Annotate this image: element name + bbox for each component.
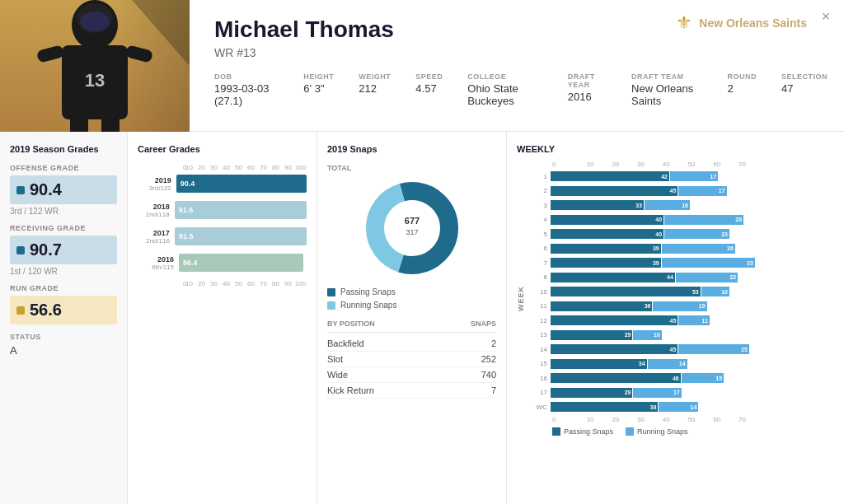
offense-grade-section: OFFENSE GRADE 90.4 3rd / 122 WR [10,164,117,216]
offense-grade-label: OFFENSE GRADE [10,164,117,172]
season-grades-title: 2019 Season Grades [10,144,117,154]
offense-grade-box: 90.4 [10,175,117,204]
draft-year-stat: DRAFT YEAR 2016 [568,72,607,103]
snaps-col-label: SNAPS [471,320,496,328]
status-section: STATUS A [10,333,117,357]
receiving-grade-box: 90.7 [10,236,117,264]
weekly-bar-row: 124511 [528,314,755,327]
passing-legend-dot [327,288,335,296]
player-stats-row: DOB 1993-03-03 (27.1) HEIGHT 6' 3" WEIGH… [214,72,828,107]
weekly-bar-row: 164615 [528,371,755,385]
weekly-passing-bar: 29 [551,330,632,340]
weekly-passing-bar: 45 [551,315,678,325]
weight-stat: WEIGHT 212 [359,72,391,95]
weekly-running-bar: 26 [662,244,735,254]
weekly-running-bar: 16 [645,200,690,210]
college-stat: COLLEGE Ohio State Buckeyes [467,72,542,107]
weekly-running-bar: 17 [670,171,718,181]
donut-chart: 677 317 [363,179,462,278]
player-photo: 13 [0,0,190,132]
passing-legend-item: Passing Snaps [327,287,496,296]
by-position-header: BY POSITION SNAPS [327,320,496,333]
weekly-passing-bar: 34 [551,359,647,369]
content-area: 2019 Season Grades OFFENSE GRADE 90.4 3r… [0,132,844,504]
weekly-chart: 0102030405060701421724517333164402854023… [528,161,755,436]
weekly-running-bar: 15 [682,373,724,383]
weekly-bar-row: 144525 [528,343,755,356]
position-rows: Backfield2Slot252Wide740Kick Return7 [327,336,496,399]
career-bar-row: 20182nd/11891.6 [138,201,307,219]
dob-stat: DOB 1993-03-03 (27.1) [214,72,279,107]
offense-grade-dot [16,186,25,194]
svg-text:317: 317 [406,228,418,236]
run-grade-label: RUN GRADE [10,284,117,292]
run-grade-box: 56.6 [10,296,117,324]
season-grades-panel: 2019 Season Grades OFFENSE GRADE 90.4 3r… [0,132,128,504]
weekly-bar-row: 84422 [528,271,755,284]
weekly-bar-row: 44028 [528,213,755,226]
position-row: Kick Return7 [327,383,496,399]
career-bar-row: 20172nd/11691.5 [138,227,307,245]
weekly-bar-row: 33316 [528,198,755,212]
weekly-running-bar: 28 [664,215,743,225]
snaps-title: 2019 Snaps [327,144,496,154]
header: 13 Michael Thomas WR #13 DOB 1993-03-03 … [0,0,844,132]
position-row: Slot252 [327,352,496,367]
offense-grade-value: 90.4 [30,180,62,199]
donut-legend: Passing Snaps Running Snaps [327,287,496,310]
weekly-running-bar: 33 [662,258,755,268]
weekly-running-bar: 11 [678,315,710,325]
career-bar-row: 20166th/11586.4 [138,254,307,272]
weekly-bar-row: 24517 [528,184,755,198]
weekly-passing-bar: 39 [551,244,661,254]
by-position-section: BY POSITION SNAPS Backfield2Slot252Wide7… [327,320,496,399]
team-name: New Orleans Saints [699,16,807,30]
weekly-legend-dot [626,427,634,436]
weekly-panel: WEEKLY WEEK01020304050607014217245173331… [507,132,844,504]
status-value: A [10,344,117,357]
speed-stat: SPEED 4.57 [415,72,443,95]
run-grade-value: 56.6 [30,301,62,320]
weekly-passing-bar: 45 [551,186,678,196]
receiving-grade-label: RECEIVING GRADE [10,224,117,232]
career-bar-chart: 010203040506070809010020193rd/12290.4201… [138,164,307,287]
weekly-passing-bar: 39 [551,258,661,268]
donut-chart-container: 677 317 [327,179,496,278]
running-legend-label: Running Snaps [340,301,396,310]
height-stat: HEIGHT 6' 3" [303,72,334,95]
photo-overlay [0,0,190,132]
weekly-running-bar: 25 [678,344,749,354]
run-grade-section: RUN GRADE 56.6 [10,284,117,324]
weekly-running-bar: 17 [678,186,726,196]
weekly-passing-bar: 42 [551,171,669,181]
selection-stat: SELECTION 47 [781,72,828,95]
receiving-grade-dot [16,246,25,254]
weekly-bar-row: 14217 [528,170,755,183]
position-row: Backfield2 [327,336,496,352]
weekly-legend-label: Running Snaps [637,427,688,436]
week-axis-label: WEEK [517,286,525,311]
position-row: Wide740 [327,367,496,383]
player-modal: 13 Michael Thomas WR #13 DOB 1993-03-03 … [0,0,844,504]
draft-team-stat: DRAFT TEAM New Orleans Saints [631,72,702,107]
weekly-passing-bar: 29 [551,388,632,398]
running-legend-dot [327,301,335,310]
receiving-grade-section: RECEIVING GRADE 90.7 1st / 120 WR [10,224,117,276]
weekly-bar-row: 132910 [528,329,755,342]
run-grade-dot [16,306,25,315]
weekly-legend-item: Running Snaps [626,427,688,436]
weekly-running-bar: 14 [648,359,687,369]
weekly-bar-row: 172917 [528,386,755,399]
team-badge: ⚜ New Orleans Saints [676,12,807,34]
player-position: WR #13 [214,46,828,59]
weekly-bar-row: 153414 [528,357,755,371]
saints-logo: ⚜ [676,12,692,34]
weekly-bar-row: 113619 [528,300,755,313]
weekly-passing-bar: 45 [551,344,678,354]
career-grades-panel: Career Grades 01020304050607080901002019… [128,132,317,504]
receiving-grade-rank: 1st / 120 WR [10,267,117,276]
passing-legend-label: Passing Snaps [340,287,396,296]
career-bar-row: 20193rd/12290.4 [138,175,307,193]
weekly-passing-bar: 38 [551,402,658,412]
close-button[interactable]: × [816,7,836,26]
